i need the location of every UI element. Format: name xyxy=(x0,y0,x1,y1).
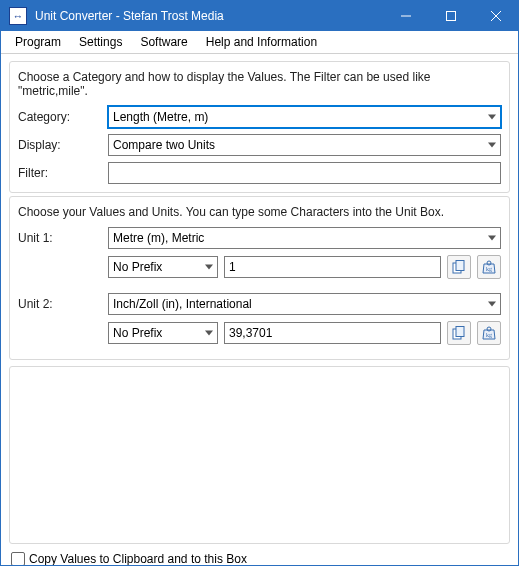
unit1-copy-button[interactable] xyxy=(447,255,471,279)
units-hint: Choose your Values and Units. You can ty… xyxy=(18,205,501,219)
units-group: Choose your Values and Units. You can ty… xyxy=(9,196,510,360)
menu-software[interactable]: Software xyxy=(132,33,195,51)
menu-help[interactable]: Help and Information xyxy=(198,33,325,51)
unit2-value: 39,3701 xyxy=(229,326,272,340)
unit1-prefix-value: No Prefix xyxy=(113,260,213,274)
copy-checkbox[interactable] xyxy=(11,552,25,566)
unit1-value-input[interactable]: 1 xyxy=(224,256,441,278)
svg-text:kg: kg xyxy=(486,332,492,338)
unit1-select[interactable]: Metre (m), Metric xyxy=(108,227,501,249)
menu-settings[interactable]: Settings xyxy=(71,33,130,51)
maximize-button[interactable] xyxy=(428,1,473,31)
output-box[interactable] xyxy=(9,366,510,544)
chevron-down-icon xyxy=(488,302,496,307)
unit2-label: Unit 2: xyxy=(18,297,108,311)
unit2-select[interactable]: Inch/Zoll (in), International xyxy=(108,293,501,315)
display-select-value: Compare two Units xyxy=(113,138,496,152)
chevron-down-icon xyxy=(488,115,496,120)
title-bar: ↔ Unit Converter - Stefan Trost Media xyxy=(1,1,518,31)
unit1-block: Unit 1: Metre (m), Metric No Prefix 1 xyxy=(18,227,501,279)
copy-checkbox-label: Copy Values to Clipboard and to this Box xyxy=(29,552,247,566)
chevron-down-icon xyxy=(205,265,213,270)
unit2-row: Unit 2: Inch/Zoll (in), International xyxy=(18,293,501,315)
display-label: Display: xyxy=(18,138,108,152)
svg-text:kg: kg xyxy=(486,266,492,272)
unit1-weight-button[interactable]: kg xyxy=(477,255,501,279)
unit2-copy-button[interactable] xyxy=(447,321,471,345)
chevron-down-icon xyxy=(488,236,496,241)
unit1-label: Unit 1: xyxy=(18,231,108,245)
minimize-button[interactable] xyxy=(383,1,428,31)
unit2-prefix-value: No Prefix xyxy=(113,326,213,340)
filter-input[interactable] xyxy=(108,162,501,184)
chevron-down-icon xyxy=(488,143,496,148)
unit2-subrow: No Prefix 39,3701 kg xyxy=(108,321,501,345)
category-select-value: Length (Metre, m) xyxy=(113,110,496,124)
category-select[interactable]: Length (Metre, m) xyxy=(108,106,501,128)
unit2-prefix-select[interactable]: No Prefix xyxy=(108,322,218,344)
unit2-block: Unit 2: Inch/Zoll (in), International No… xyxy=(18,293,501,345)
category-group: Choose a Category and how to display the… xyxy=(9,61,510,193)
close-icon xyxy=(491,11,501,21)
unit2-select-value: Inch/Zoll (in), International xyxy=(113,297,496,311)
maximize-icon xyxy=(446,11,456,21)
copy-icon xyxy=(452,326,466,340)
svg-rect-5 xyxy=(456,261,464,271)
unit1-select-value: Metre (m), Metric xyxy=(113,231,496,245)
filter-row: Filter: xyxy=(18,162,501,184)
menu-program[interactable]: Program xyxy=(7,33,69,51)
close-button[interactable] xyxy=(473,1,518,31)
filter-label: Filter: xyxy=(18,166,108,180)
unit2-value-input[interactable]: 39,3701 xyxy=(224,322,441,344)
display-select[interactable]: Compare two Units xyxy=(108,134,501,156)
app-icon: ↔ xyxy=(9,7,27,25)
content-area: Choose a Category and how to display the… xyxy=(1,54,518,566)
window-title: Unit Converter - Stefan Trost Media xyxy=(33,9,383,23)
unit1-row: Unit 1: Metre (m), Metric xyxy=(18,227,501,249)
category-row: Category: Length (Metre, m) xyxy=(18,106,501,128)
chevron-down-icon xyxy=(205,331,213,336)
weight-kg-icon: kg xyxy=(481,259,497,275)
svg-rect-9 xyxy=(456,327,464,337)
category-label: Category: xyxy=(18,110,108,124)
copy-icon xyxy=(452,260,466,274)
category-hint: Choose a Category and how to display the… xyxy=(18,70,501,98)
menu-bar: Program Settings Software Help and Infor… xyxy=(1,31,518,53)
copy-checkbox-row[interactable]: Copy Values to Clipboard and to this Box xyxy=(9,550,510,566)
unit1-value: 1 xyxy=(229,260,236,274)
unit1-prefix-select[interactable]: No Prefix xyxy=(108,256,218,278)
display-row: Display: Compare two Units xyxy=(18,134,501,156)
unit1-subrow: No Prefix 1 kg xyxy=(108,255,501,279)
weight-kg-icon: kg xyxy=(481,325,497,341)
minimize-icon xyxy=(401,11,411,21)
unit2-weight-button[interactable]: kg xyxy=(477,321,501,345)
svg-rect-1 xyxy=(446,12,455,21)
